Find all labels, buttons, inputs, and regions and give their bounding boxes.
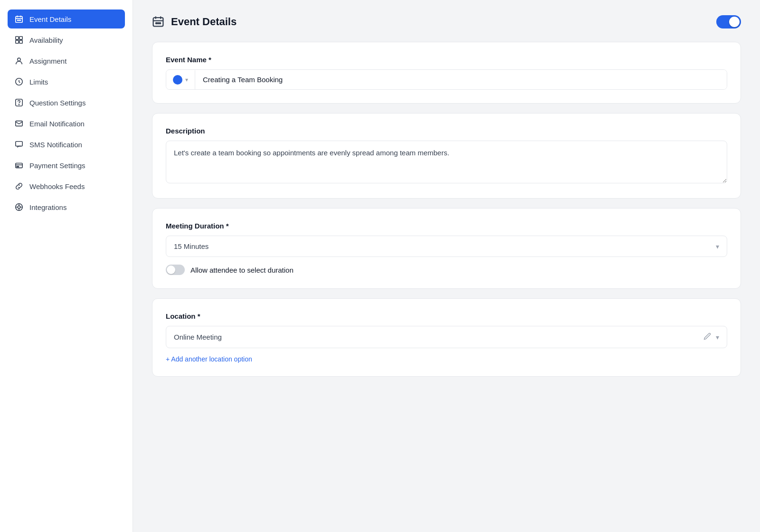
duration-selected-value: 15 Minutes xyxy=(174,242,209,250)
sidebar-item-event-details[interactable]: Event Details xyxy=(8,10,125,28)
sidebar-item-email-notification[interactable]: Email Notification xyxy=(8,114,125,133)
svg-point-1 xyxy=(18,20,18,20)
sidebar-item-label: Limits xyxy=(29,78,48,86)
sidebar: Event Details Availability Assignment xyxy=(0,0,133,532)
svg-rect-0 xyxy=(16,17,22,23)
svg-point-15 xyxy=(17,166,18,167)
sms-icon xyxy=(14,140,24,149)
sidebar-item-assignment[interactable]: Assignment xyxy=(8,51,125,70)
page-title-icon xyxy=(152,15,165,28)
color-chevron-icon: ▾ xyxy=(185,76,188,83)
svg-point-20 xyxy=(156,23,157,24)
svg-rect-5 xyxy=(19,37,22,39)
event-name-card: Event Name * ▾ xyxy=(152,42,741,104)
location-card: Location * Online Meeting ▾ + Add anothe… xyxy=(152,298,741,377)
meeting-duration-card: Meeting Duration * 15 Minutes ▾ Allow at… xyxy=(152,208,741,289)
svg-rect-13 xyxy=(16,142,22,146)
sidebar-item-label: Assignment xyxy=(29,57,66,65)
color-selector[interactable]: ▾ xyxy=(166,70,195,89)
location-select[interactable]: Online Meeting ▾ xyxy=(166,326,727,348)
main-content: Event Details Event Name * ▾ Description… xyxy=(133,0,760,532)
svg-rect-7 xyxy=(19,40,22,43)
allow-attendee-label: Allow attendee to select duration xyxy=(190,266,294,274)
sidebar-item-webhooks-feeds[interactable]: Webhooks Feeds xyxy=(8,177,125,196)
sidebar-item-label: Integrations xyxy=(29,203,66,211)
sidebar-item-integrations[interactable]: Integrations xyxy=(8,198,125,217)
location-actions: ▾ xyxy=(703,332,719,342)
duration-select[interactable]: 15 Minutes ▾ xyxy=(166,236,727,257)
svg-point-2 xyxy=(19,20,19,20)
sidebar-item-limits[interactable]: Limits xyxy=(8,72,125,91)
grid-icon xyxy=(14,35,24,45)
svg-rect-6 xyxy=(16,40,19,43)
edit-icon[interactable] xyxy=(703,332,711,342)
link-icon xyxy=(14,181,24,191)
svg-point-21 xyxy=(158,23,159,24)
duration-chevron-icon: ▾ xyxy=(716,243,719,250)
duration-label: Meeting Duration * xyxy=(166,222,727,230)
allow-attendee-row: Allow attendee to select duration xyxy=(166,265,727,275)
sidebar-item-label: Availability xyxy=(29,36,63,44)
sidebar-item-label: Question Settings xyxy=(29,99,86,107)
description-textarea[interactable] xyxy=(166,141,727,183)
description-card: Description xyxy=(152,113,741,199)
sidebar-item-label: Payment Settings xyxy=(29,162,86,170)
person-icon xyxy=(14,56,24,66)
add-location-link[interactable]: + Add another location option xyxy=(166,355,252,363)
svg-point-16 xyxy=(18,166,19,167)
description-label: Description xyxy=(166,127,727,135)
sidebar-item-label: SMS Notification xyxy=(29,141,82,149)
event-name-label: Event Name * xyxy=(166,56,727,64)
sidebar-item-label: Webhooks Feeds xyxy=(29,182,85,190)
sidebar-item-label: Email Notification xyxy=(29,120,85,128)
mail-icon xyxy=(14,119,24,128)
svg-rect-19 xyxy=(153,18,163,26)
location-selected-value: Online Meeting xyxy=(174,333,222,341)
sidebar-item-payment-settings[interactable]: Payment Settings xyxy=(8,156,125,175)
question-icon xyxy=(14,98,24,107)
clock-icon xyxy=(14,77,24,86)
svg-point-8 xyxy=(18,58,20,61)
location-label: Location * xyxy=(166,312,727,320)
sidebar-item-availability[interactable]: Availability xyxy=(8,30,125,49)
event-details-toggle[interactable] xyxy=(716,15,741,28)
svg-point-18 xyxy=(18,206,20,208)
location-chevron-icon: ▾ xyxy=(716,333,719,341)
svg-point-11 xyxy=(19,104,19,105)
sidebar-item-question-settings[interactable]: Question Settings xyxy=(8,93,125,112)
page-title: Event Details xyxy=(152,15,237,28)
color-dot xyxy=(173,75,182,85)
integrations-icon xyxy=(14,202,24,212)
event-name-input[interactable] xyxy=(195,70,727,89)
payment-icon xyxy=(14,161,24,170)
svg-point-3 xyxy=(20,20,20,20)
event-name-row: ▾ xyxy=(166,69,727,90)
sidebar-item-label: Event Details xyxy=(29,15,71,23)
sidebar-item-sms-notification[interactable]: SMS Notification xyxy=(8,135,125,154)
calendar-icon xyxy=(14,14,24,24)
svg-point-22 xyxy=(160,23,161,24)
page-header: Event Details xyxy=(152,15,741,28)
allow-attendee-toggle[interactable] xyxy=(166,265,185,275)
svg-rect-4 xyxy=(16,37,19,39)
